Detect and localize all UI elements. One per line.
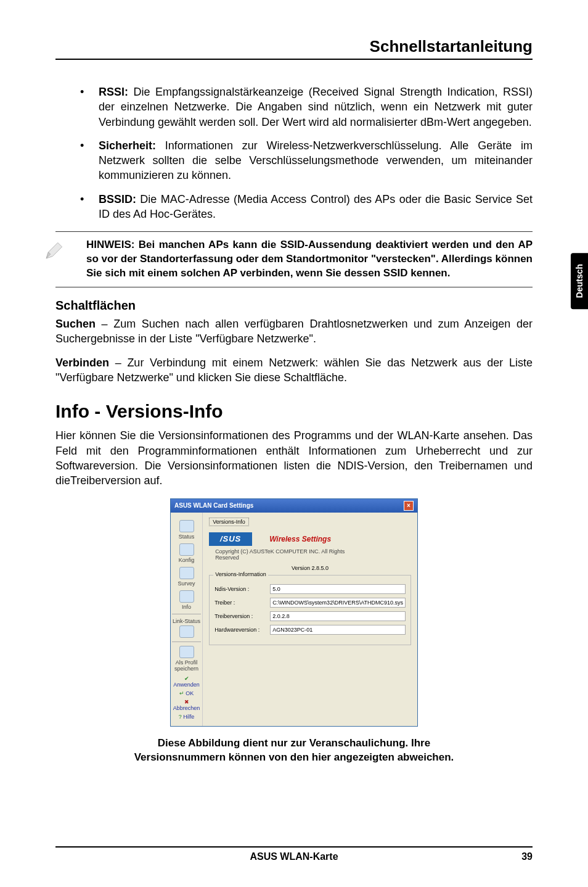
field-value: C:\WINDOWS\system32\DRIVERS\ATHDMC910.sy…: [270, 598, 406, 608]
bullet-dot: •: [80, 138, 99, 183]
info-icon: [179, 590, 194, 603]
bullet-body: Die Empfangssignalstärkeanzeige (Receive…: [99, 86, 533, 128]
field-label: Treiber :: [214, 600, 270, 606]
bullet-item-sicherheit: • Sicherheit: Informationen zur Wireless…: [80, 138, 533, 183]
footer-page-number: 39: [521, 851, 533, 862]
sidebar-link-hilfe[interactable]: Hilfe: [172, 714, 201, 720]
dialog-sidebar: Status Konfig Survey Info Link-Status Al…: [171, 513, 203, 726]
asus-logo: /SUS: [209, 532, 252, 546]
sidebar-link-anwenden[interactable]: Anwenden: [172, 675, 201, 688]
sidebar-link-abbrechen[interactable]: Abbrechen: [172, 699, 201, 711]
sidebar-label: Info: [182, 604, 191, 610]
group-label: Versions-Information: [213, 571, 268, 577]
sidebar-item-saveprofile[interactable]: Als Profil speichern: [172, 646, 201, 672]
sidebar-label: Survey: [178, 580, 195, 587]
page-header-title: Schnellstartanleitung: [55, 37, 533, 60]
bullet-item-bssid: • BSSID: Die MAC-Adresse (Media Access C…: [80, 192, 533, 222]
field-value: 2.0.2.8: [270, 611, 406, 621]
field-label: Treiberversion :: [214, 613, 270, 619]
sidebar-item-linkstatus[interactable]: Link-Status: [172, 618, 201, 638]
bullet-item-rssi: • RSSI: Die Empfangssignalstärkeanzeige …: [80, 85, 533, 130]
dialog-main: Versions-Info /SUS Wireless Settings Cop…: [203, 513, 417, 726]
page-footer: ASUS WLAN-Karte 39: [55, 846, 533, 862]
bullet-text: RSSI: Die Empfangssignalstärkeanzeige (R…: [99, 85, 533, 130]
linkstatus-icon: [179, 625, 194, 638]
dialog-titlebar: ASUS WLAN Card Settings ×: [171, 499, 417, 513]
survey-icon: [179, 567, 194, 579]
tab-versions-info[interactable]: Versions-Info: [209, 518, 249, 526]
section-subtitle-schaltflaechen: Schaltflächen: [55, 299, 533, 313]
para-body: – Zum Suchen nach allen verfügbaren Drah…: [55, 318, 533, 345]
sidebar-label: Link-Status: [173, 618, 200, 624]
dialog-screenshot: ASUS WLAN Card Settings × Status Konfig …: [55, 498, 533, 727]
para-body: – Zur Verbindung mit einem Netzwerk: wäh…: [55, 357, 533, 384]
sidebar-item-info[interactable]: Info: [172, 590, 201, 610]
note-block: HINWEIS: Bei manchen APs kann die SSID-A…: [55, 231, 533, 287]
field-treiber: Treiber : C:\WINDOWS\system32\DRIVERS\AT…: [214, 598, 406, 608]
bullet-label: BSSID:: [99, 193, 136, 205]
program-version-label: Version 2.8.5.0: [209, 565, 411, 571]
bullet-label: Sicherheit:: [99, 139, 156, 152]
figure-caption: Diese Abbildung dient nur zur Veranschau…: [134, 736, 454, 765]
bullet-list: • RSSI: Die Empfangssignalstärkeanzeige …: [80, 85, 533, 221]
sidebar-label: Als Profil speichern: [174, 659, 198, 672]
asus-wlan-settings-dialog: ASUS WLAN Card Settings × Status Konfig …: [170, 498, 418, 727]
dialog-title-text: ASUS WLAN Card Settings: [174, 502, 253, 509]
bullet-text: Sicherheit: Informationen zur Wireless-N…: [99, 138, 533, 183]
field-label: Ndis-Version :: [214, 586, 270, 592]
sidebar-item-konfig[interactable]: Konfig: [172, 543, 201, 563]
sidebar-link-ok[interactable]: OK: [172, 690, 201, 696]
paragraph-verbinden: Verbinden – Zur Verbindung mit einem Net…: [55, 355, 533, 386]
pencil-icon: [43, 238, 74, 281]
paragraph-intro: Hier können Sie die Versionsinformatione…: [55, 428, 533, 488]
field-treiberversion: Treiberversion : 2.0.2.8: [214, 611, 406, 621]
bullet-label: RSSI:: [99, 86, 128, 98]
sidebar-label: Konfig: [179, 557, 195, 563]
field-value: AGN3023PC-01: [270, 625, 406, 635]
field-value: 5.0: [270, 584, 406, 594]
sidebar-item-survey[interactable]: Survey: [172, 567, 201, 587]
note-text: HINWEIS: Bei manchen APs kann die SSID-A…: [86, 238, 533, 281]
field-hardwareversion: Hardwareversion : AGN3023PC-01: [214, 625, 406, 635]
field-ndis: Ndis-Version : 5.0: [214, 584, 406, 594]
para-lead: Suchen: [55, 318, 96, 330]
copyright-line2: Reserved: [215, 555, 411, 561]
field-label: Hardwareversion :: [214, 627, 270, 633]
sidebar-label: Status: [179, 534, 195, 540]
close-icon[interactable]: ×: [404, 501, 414, 511]
sidebar-item-status[interactable]: Status: [172, 520, 201, 540]
konfig-icon: [179, 543, 194, 556]
bullet-dot: •: [80, 85, 99, 130]
group-versions-information: Versions-Information Ndis-Version : 5.0 …: [209, 575, 411, 645]
status-icon: [179, 520, 194, 532]
bullet-body: Informationen zur Wireless-Netzwerkversc…: [99, 139, 533, 182]
heading-info-versions-info: Info - Versions-Info: [55, 401, 533, 422]
save-icon: [179, 646, 194, 658]
bullet-dot: •: [80, 192, 99, 222]
wireless-settings-label: Wireless Settings: [269, 535, 331, 543]
bullet-body: Die MAC-Adresse (Media Access Control) d…: [99, 193, 533, 220]
paragraph-suchen: Suchen – Zum Suchen nach allen verfügbar…: [55, 316, 533, 347]
bullet-text: BSSID: Die MAC-Adresse (Media Access Con…: [99, 192, 533, 222]
para-lead: Verbinden: [55, 357, 109, 369]
footer-center: ASUS WLAN-Karte: [250, 851, 338, 862]
copyright-line1: Copyright (C) ASUSTeK COMPUTER INC. All …: [215, 548, 411, 555]
